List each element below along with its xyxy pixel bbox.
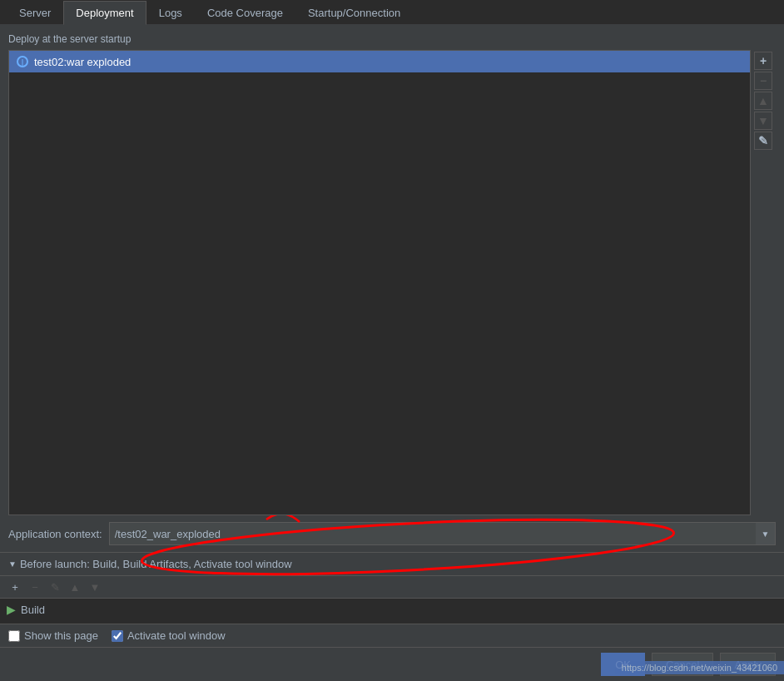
tabs-bar: Server Deployment Logs Code Coverage Sta… [0, 0, 784, 25]
tab-startup-connection[interactable]: Startup/Connection [295, 1, 413, 24]
tab-server[interactable]: Server [7, 1, 63, 24]
deploy-item-name: test02:war exploded [34, 56, 131, 68]
activate-tool-label: Activate tool window [127, 629, 226, 642]
ok-button[interactable]: OK [601, 653, 645, 676]
globe-icon [17, 56, 28, 67]
tab-code-coverage[interactable]: Code Coverage [195, 1, 295, 24]
add-deploy-button[interactable]: + [754, 52, 772, 70]
tab-logs[interactable]: Logs [146, 1, 195, 24]
collapse-icon[interactable]: ▼ [8, 559, 17, 569]
move-down-launch-button[interactable]: ▼ [87, 579, 103, 595]
show-page-label: Show this page [24, 629, 98, 642]
show-page-checkbox-item: Show this page [8, 629, 98, 642]
app-context-container: Application context: ▼ [0, 515, 784, 552]
activate-tool-checkbox[interactable] [112, 630, 123, 642]
tab-deployment[interactable]: Deployment [63, 1, 146, 25]
remove-launch-button[interactable]: − [27, 579, 43, 595]
checkboxes-row: Show this page Activate tool window [0, 624, 784, 647]
app-context-label: Application context: [8, 528, 102, 540]
bottom-buttons-row: OK Cancel Apply [0, 647, 784, 681]
context-dropdown-button[interactable]: ▼ [756, 522, 776, 545]
deploy-list: test02:war exploded [8, 50, 751, 515]
before-launch-list: ▶ Build [0, 599, 784, 624]
edit-deploy-button[interactable]: ✎ [754, 132, 772, 150]
launch-item[interactable]: ▶ Build [0, 599, 784, 620]
show-page-checkbox[interactable] [8, 630, 20, 642]
launch-item-label: Build [21, 604, 45, 616]
edit-launch-button[interactable]: ✎ [47, 579, 63, 595]
app-context-row: Application context: ▼ [0, 515, 784, 552]
deploy-section-label: Deploy at the server startup [8, 33, 776, 45]
move-up-deploy-button[interactable]: ▲ [754, 92, 772, 110]
before-launch-title: Before launch: Build, Build Artifacts, A… [20, 558, 292, 570]
deploy-list-wrapper: test02:war exploded + − ▲ ▼ ✎ [8, 50, 776, 515]
remove-deploy-button[interactable]: − [754, 72, 772, 90]
add-launch-button[interactable]: + [7, 579, 23, 595]
deploy-item-icon [16, 55, 29, 68]
before-launch-header: ▼ Before launch: Build, Build Artifacts,… [0, 553, 784, 576]
move-down-deploy-button[interactable]: ▼ [754, 112, 772, 130]
cancel-button[interactable]: Cancel [652, 653, 713, 676]
deploy-item[interactable]: test02:war exploded [9, 51, 750, 72]
move-up-launch-button[interactable]: ▲ [67, 579, 83, 595]
before-launch-section: ▼ Before launch: Build, Build Artifacts,… [0, 552, 784, 624]
side-buttons: + − ▲ ▼ ✎ [751, 50, 776, 515]
apply-button[interactable]: Apply [720, 653, 776, 676]
main-content: Deploy at the server startup test02:war … [0, 25, 784, 681]
build-icon: ▶ [7, 603, 16, 616]
app-context-input-wrapper: ▼ [109, 522, 776, 545]
app-context-input[interactable] [109, 522, 776, 545]
activate-tool-checkbox-item: Activate tool window [112, 629, 226, 642]
deploy-section: Deploy at the server startup test02:war … [0, 25, 784, 515]
before-launch-toolbar: + − ✎ ▲ ▼ [0, 576, 784, 599]
